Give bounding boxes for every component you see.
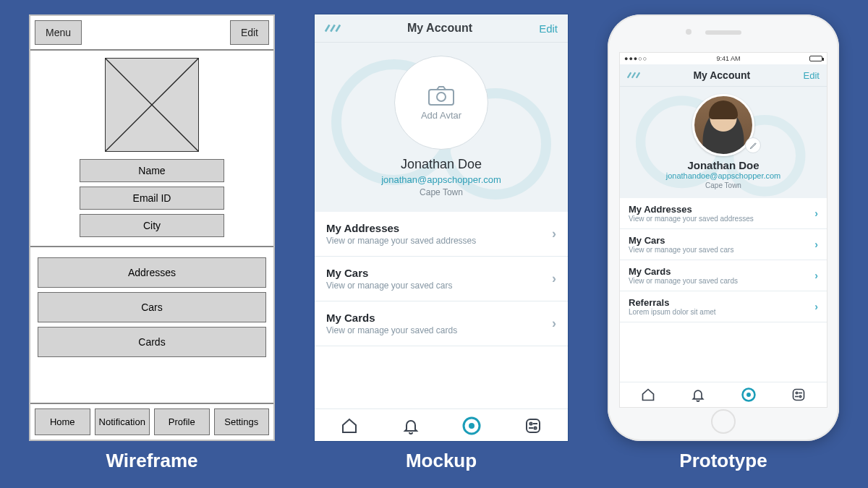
chevron-right-icon: ›	[814, 207, 818, 219]
list-item-subtitle: View or manage your saved cars	[629, 246, 733, 254]
svg-point-7	[469, 423, 475, 429]
list-item-subtitle: View or manage your saved addresses	[326, 236, 476, 246]
wireframe-tabbar: Home Notification Profile Settings	[30, 403, 273, 440]
mockup-hero: Add Avtar Jonathan Doe jonathan@appschop…	[315, 43, 568, 212]
avatar-placeholder[interactable]	[105, 58, 199, 152]
svg-point-18	[796, 392, 799, 394]
user-name: Jonathan Doe	[322, 157, 561, 172]
tab-settings[interactable]	[524, 416, 542, 435]
chevron-right-icon: ›	[814, 301, 818, 312]
settings-icon	[791, 388, 806, 402]
phone-home-button[interactable]	[711, 409, 736, 434]
list-item-cards[interactable]: My CardsView or manage your saved cards›	[620, 260, 827, 291]
list-item-title: My Cards	[629, 266, 738, 277]
app-logo-icon	[627, 72, 640, 79]
phone-speaker	[705, 30, 741, 35]
wireframe-toolbar: Menu Edit	[30, 16, 273, 51]
wireframe-hero: Name Email ID City	[30, 51, 273, 246]
edit-button[interactable]: Edit	[804, 70, 820, 81]
mockup-tabbar	[315, 408, 568, 441]
svg-point-9	[529, 422, 532, 424]
camera-icon	[428, 85, 454, 106]
edit-avatar-button[interactable]	[745, 137, 761, 153]
signal-indicator: ●●●○○	[624, 55, 647, 62]
tab-settings[interactable]: Settings	[214, 408, 270, 435]
svg-point-5	[437, 93, 446, 101]
list-item-cars[interactable]: My CarsView or manage your saved cars ›	[315, 257, 568, 301]
list-item-title: My Cars	[629, 235, 733, 246]
wireframe-panel: Menu Edit Name Email ID City Addresses C…	[29, 14, 275, 441]
pencil-icon	[749, 142, 757, 150]
page-title: My Account	[693, 69, 750, 81]
phone-front-camera	[686, 29, 692, 35]
list-item-title: My Cars	[326, 267, 453, 279]
list-item-addresses[interactable]: My AddressesView or manage your saved ad…	[620, 198, 827, 229]
mockup-caption: Mockup	[406, 450, 477, 472]
settings-icon	[524, 417, 542, 435]
tab-profile[interactable]: Profile	[154, 408, 210, 435]
profile-icon	[741, 387, 757, 403]
wireframe-list: Addresses Cars Cards	[30, 246, 273, 367]
list-item-cars[interactable]: My CarsView or manage your saved cars›	[620, 229, 827, 260]
home-icon	[641, 388, 655, 402]
tab-notifications[interactable]	[401, 416, 420, 435]
tab-home[interactable]	[340, 416, 359, 435]
mockup-panel: My Account Edit Add Avtar Jonathan Doe j…	[315, 14, 568, 441]
list-item-subtitle: View or manage your saved addresses	[629, 215, 754, 223]
prototype-caption: Prototype	[679, 450, 767, 472]
battery-icon	[809, 56, 822, 61]
user-email[interactable]: jonathan@appschopper.com	[322, 174, 561, 185]
svg-point-16	[746, 393, 751, 397]
list-item-title: My Addresses	[629, 204, 754, 215]
tab-notification[interactable]: Notification	[95, 408, 150, 435]
list-item-subtitle: View or manage your saved cars	[326, 281, 453, 291]
tab-home[interactable]: Home	[35, 408, 90, 435]
cards-row[interactable]: Cards	[38, 327, 266, 357]
chevron-right-icon: ›	[552, 316, 556, 331]
list-item-cards[interactable]: My CardsView or manage your saved cards …	[315, 301, 568, 346]
name-field[interactable]: Name	[80, 159, 224, 182]
cars-row[interactable]: Cars	[38, 292, 266, 322]
mockup-column: My Account Edit Add Avtar Jonathan Doe j…	[315, 14, 568, 472]
prototype-tabbar	[620, 382, 827, 407]
list-item-title: My Addresses	[326, 222, 476, 234]
edit-button[interactable]: Edit	[230, 20, 269, 45]
prototype-list: My AddressesView or manage your saved ad…	[620, 198, 827, 382]
home-icon	[341, 417, 358, 435]
user-email[interactable]: jonathandoe@appschopper.com	[626, 171, 821, 180]
add-avatar-label: Add Avtar	[421, 110, 461, 121]
prototype-column: ●●●○○ 9:41 AM My Account Edit Jonathan D…	[608, 14, 839, 472]
chevron-right-icon: ›	[552, 226, 556, 241]
list-item-subtitle: View or manage your saved cards	[629, 277, 738, 285]
addresses-row[interactable]: Addresses	[38, 257, 266, 288]
mockup-header: My Account Edit	[315, 14, 568, 43]
tab-settings[interactable]	[791, 387, 807, 403]
list-item-addresses[interactable]: My AddressesView or manage your saved ad…	[315, 212, 568, 257]
diagram-stage: Menu Edit Name Email ID City Addresses C…	[0, 0, 868, 472]
user-city: Cape Town	[322, 187, 561, 197]
add-avatar-button[interactable]: Add Avtar	[394, 56, 488, 150]
status-time: 9:41 AM	[717, 55, 741, 62]
app-logo-icon	[325, 24, 341, 33]
prototype-hero: Jonathan Doe jonathandoe@appschopper.com…	[620, 87, 827, 198]
tab-home[interactable]	[640, 387, 656, 403]
list-item-title: My Cards	[326, 312, 457, 324]
tab-notifications[interactable]	[690, 387, 706, 403]
profile-icon	[462, 416, 481, 435]
menu-button[interactable]: Menu	[35, 20, 82, 45]
list-item-subtitle: View or manage your saved cards	[326, 325, 457, 335]
email-field[interactable]: Email ID	[80, 187, 224, 210]
list-item-subtitle: Lorem ipsum dolor sit amet	[629, 308, 716, 316]
tab-profile[interactable]	[462, 416, 481, 435]
user-name: Jonathan Doe	[626, 159, 821, 171]
edit-button[interactable]: Edit	[539, 22, 558, 35]
list-item-referrals[interactable]: ReferralsLorem ipsum dolor sit amet›	[620, 291, 827, 322]
chevron-right-icon: ›	[814, 270, 818, 281]
wireframe-caption: Wireframe	[106, 450, 198, 472]
bell-icon	[402, 417, 420, 435]
prototype-header: My Account Edit	[620, 64, 827, 87]
city-field[interactable]: City	[80, 214, 224, 237]
svg-point-11	[534, 427, 536, 429]
tab-profile[interactable]	[741, 387, 757, 403]
svg-rect-17	[793, 390, 804, 401]
